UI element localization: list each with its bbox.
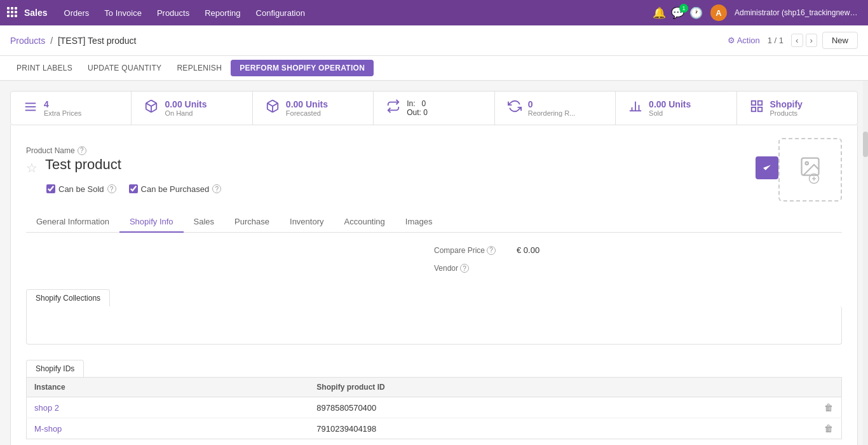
save-button[interactable]	[756, 156, 778, 179]
product-name-help-icon[interactable]: ?	[78, 146, 86, 155]
compare-price-help-icon[interactable]: ?	[487, 246, 496, 255]
page-navigation: ‹ ›	[791, 34, 817, 47]
stat-shopify-products[interactable]: Shopify Products	[737, 92, 857, 125]
breadcrumb-current: [TEST] Test product	[58, 36, 136, 46]
shopify-collections-tab[interactable]: Shopify Collections	[26, 289, 110, 306]
prev-page-button[interactable]: ‹	[791, 34, 803, 47]
page-info: 1 / 1	[768, 36, 783, 45]
replenish-button[interactable]: REPLENISH	[170, 60, 228, 76]
product-name-section: Product Name ? ☆	[26, 146, 778, 194]
table-row: M-shop 7910239404198 🗑	[27, 418, 842, 439]
reordering-value: 0	[528, 99, 576, 109]
shopify-ids-tab[interactable]: Shopify IDs	[26, 360, 84, 377]
table-header-row: Instance Shopify product ID	[27, 378, 842, 397]
product-image-placeholder[interactable]	[778, 138, 842, 202]
svg-rect-8	[15, 15, 17, 17]
nav-reporting[interactable]: Reporting	[198, 6, 247, 20]
shopify-products-label: Products	[770, 109, 803, 117]
new-button[interactable]: New	[822, 32, 858, 49]
chat-icon[interactable]: 💬 1	[671, 6, 684, 20]
box-icon	[144, 99, 158, 117]
arrows-icon	[386, 99, 400, 117]
table-row: shop 2 8978580570400 🗑	[27, 397, 842, 418]
action-toolbar: PRINT LABELS UPDATE QUANTITY REPLENISH P…	[0, 56, 868, 81]
list-icon	[24, 100, 37, 117]
breadcrumb: Products / [TEST] Test product	[10, 36, 136, 46]
shopify-operation-button[interactable]: PERFORM SHOPIFY OPERATION	[231, 60, 374, 76]
delete-row-button[interactable]: 🗑	[824, 423, 833, 434]
tab-accounting[interactable]: Accounting	[334, 212, 395, 233]
product-name-input[interactable]	[45, 156, 748, 173]
breadcrumb-separator: /	[50, 36, 55, 46]
stat-reordering[interactable]: 0 Reordering R...	[495, 92, 616, 125]
stat-extra-prices[interactable]: 4 Extra Prices	[11, 92, 132, 125]
svg-rect-19	[757, 101, 761, 105]
next-page-button[interactable]: ›	[806, 34, 817, 47]
table-cell-instance: shop 2	[27, 397, 309, 418]
svg-rect-2	[15, 7, 17, 10]
reorder-icon	[508, 99, 522, 117]
stat-on-hand[interactable]: 0.00 Units On Hand	[132, 92, 252, 125]
delete-row-button[interactable]: 🗑	[824, 402, 833, 413]
table-cell-instance: M-shop	[27, 418, 309, 439]
can-be-sold-checkbox[interactable]: Can be Sold ?	[46, 184, 116, 194]
app-name: Sales	[24, 8, 48, 18]
nav-icons: 🔔 💬 1 🕐 A Administrator (shp16_trackingn…	[653, 4, 862, 21]
header-actions: ⚙ Action 1 / 1 ‹ › New	[728, 32, 858, 49]
sold-value: 0.00 Units	[649, 99, 691, 109]
in-value: In: 0	[407, 99, 428, 108]
compare-price-row: Compare Price ? € 0.00	[434, 245, 842, 255]
product-name-header: ☆	[26, 156, 778, 179]
stat-sold[interactable]: 0.00 Units Sold	[616, 92, 736, 125]
vendor-help-icon[interactable]: ?	[460, 264, 469, 273]
nav-products[interactable]: Products	[151, 6, 196, 20]
breadcrumb-bar: Products / [TEST] Test product ⚙ Action …	[0, 25, 868, 56]
nav-orders[interactable]: Orders	[58, 6, 96, 20]
can-be-purchased-checkbox[interactable]: Can be Purchased ?	[129, 184, 222, 194]
svg-rect-7	[11, 15, 13, 17]
tab-shopify-info[interactable]: Shopify Info	[119, 212, 184, 233]
sold-label: Sold	[649, 109, 691, 117]
user-name[interactable]: Administrator (shp16_trackingnewone....	[735, 8, 862, 17]
tab-images[interactable]: Images	[395, 212, 443, 233]
tab-purchase[interactable]: Purchase	[224, 212, 280, 233]
compare-vendor-area: Compare Price ? € 0.00 Vendor ?	[26, 245, 842, 289]
favorite-star-icon[interactable]: ☆	[26, 160, 37, 175]
breadcrumb-parent[interactable]: Products	[10, 36, 45, 46]
can-be-purchased-help-icon[interactable]: ?	[212, 184, 221, 193]
product-header-row: Product Name ? ☆	[26, 138, 842, 202]
action-button[interactable]: ⚙ Action	[728, 36, 760, 45]
stats-bar: 4 Extra Prices 0.00 Units On Hand	[10, 91, 858, 125]
can-be-sold-label: Can be Sold	[58, 184, 104, 194]
product-name-label-row: Product Name ?	[26, 146, 778, 155]
tab-sales[interactable]: Sales	[184, 212, 225, 233]
shopify-ids-content: Instance Shopify product ID shop 2 89785…	[26, 377, 842, 445]
bell-icon[interactable]: 🔔	[653, 6, 666, 20]
table-cell-delete: 🗑	[817, 418, 842, 439]
svg-rect-5	[15, 11, 17, 13]
clock-icon[interactable]: 🕐	[689, 6, 703, 20]
tab-general[interactable]: General Information	[26, 212, 119, 233]
update-quantity-button[interactable]: UPDATE QUANTITY	[81, 60, 168, 76]
svg-rect-4	[11, 11, 13, 13]
can-be-sold-help-icon[interactable]: ?	[107, 184, 116, 193]
product-name-label: Product Name	[26, 146, 75, 155]
nav-to-invoice[interactable]: To Invoice	[98, 6, 148, 20]
add-line-link[interactable]: Add a line	[26, 439, 78, 445]
vendor-row: Vendor ?	[434, 264, 842, 273]
print-labels-button[interactable]: PRINT LABELS	[10, 60, 79, 76]
nav-configuration[interactable]: Configuration	[250, 6, 311, 20]
scrollbar-thumb[interactable]	[863, 132, 868, 157]
shopify-ids-tbody: shop 2 8978580570400 🗑 M-shop 7910239404…	[27, 397, 842, 439]
extra-prices-value: 4	[44, 99, 81, 109]
col-product-id: Shopify product ID	[309, 378, 816, 397]
svg-rect-18	[751, 101, 755, 105]
stat-forecasted[interactable]: 0.00 Units Forecasted	[253, 92, 374, 125]
stat-in-out[interactable]: In: 0 Out: 0	[374, 92, 494, 125]
user-avatar[interactable]: A	[710, 4, 727, 21]
tab-inventory[interactable]: Inventory	[280, 212, 334, 233]
col-instance: Instance	[27, 378, 309, 397]
svg-rect-3	[7, 11, 10, 13]
compare-price-value: € 0.00	[517, 245, 539, 255]
grid-icon[interactable]	[6, 6, 18, 20]
